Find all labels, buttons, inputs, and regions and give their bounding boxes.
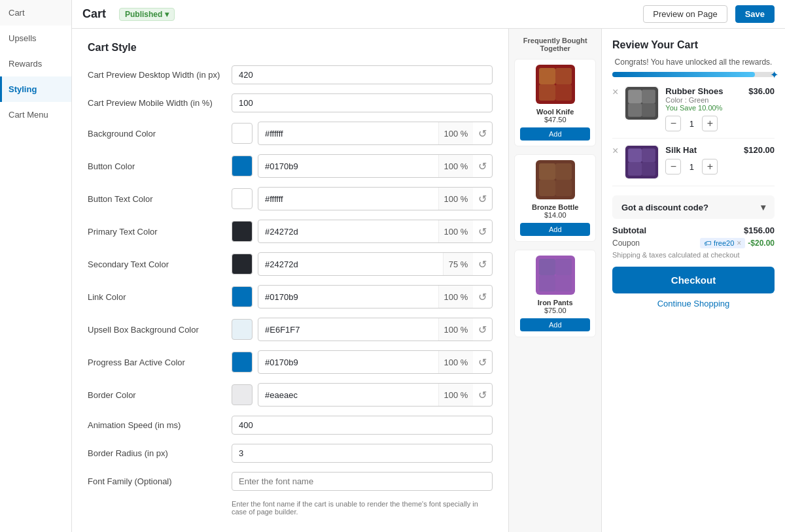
color-reset-background-color[interactable]: ↺: [473, 122, 492, 144]
color-hex-upsell-box-color[interactable]: [258, 321, 438, 339]
progress-bar-fill: [612, 72, 755, 77]
color-input-wrap-secondary-text-color: 75 % ↺: [258, 252, 493, 276]
product-image: [536, 65, 575, 104]
color-swatch-button-text-color[interactable]: [232, 188, 253, 209]
chevron-down-icon: ▾: [165, 10, 169, 19]
add-to-cart-button[interactable]: Add: [520, 318, 590, 331]
sidebar-item-cart-menu[interactable]: Cart Menu: [0, 102, 71, 127]
color-row-button-color: Button Color 100 % ↺: [88, 154, 493, 178]
color-hex-border-color[interactable]: [258, 386, 438, 404]
published-label: Published: [125, 10, 162, 19]
svg-rect-12: [555, 259, 572, 275]
field-row-desktop-width: Cart Preview Desktop Width (in px): [88, 65, 493, 84]
field-input-animation-speed[interactable]: [232, 416, 493, 435]
sidebar-item-styling[interactable]: Styling: [0, 76, 71, 102]
cart-title: Review Your Cart: [612, 39, 775, 51]
field-input-mobile-width[interactable]: [232, 93, 493, 112]
preview-product-iron-pants: Iron Pants $75.00 Add: [514, 250, 596, 337]
save-button[interactable]: Save: [735, 5, 775, 23]
remove-item-button[interactable]: ×: [612, 86, 618, 98]
qty-increase-button[interactable]: +: [702, 116, 718, 131]
qty-decrease-button[interactable]: −: [665, 159, 681, 175]
coupon-label: Coupon: [612, 239, 640, 248]
qty-control: − 1 +: [665, 116, 742, 131]
svg-rect-6: [539, 163, 555, 180]
color-swatch-secondary-text-color[interactable]: [232, 254, 253, 274]
sidebar-item-upsells[interactable]: Upsells: [0, 25, 71, 51]
cart-item-price: $36.00: [748, 86, 775, 96]
header: Cart Published ▾ Preview on Page Save: [72, 0, 785, 29]
color-hex-background-color[interactable]: [258, 125, 438, 142]
color-reset-secondary-text-color[interactable]: ↺: [473, 253, 492, 275]
preview-title: Frequently Bought Together: [514, 37, 596, 52]
color-row-link-color: Link Color 100 % ↺: [88, 285, 493, 308]
field-row-mobile-width: Cart Preview Mobile Width (in %): [88, 93, 493, 112]
color-swatch-button-color[interactable]: [232, 156, 253, 176]
color-hex-secondary-text-color[interactable]: [258, 256, 443, 273]
color-reset-progress-bar-color[interactable]: ↺: [473, 351, 492, 373]
color-hex-progress-bar-color[interactable]: [258, 354, 438, 371]
color-swatch-upsell-box-color[interactable]: [232, 319, 253, 340]
color-reset-primary-text-color[interactable]: ↺: [473, 220, 492, 242]
product-price: $47.50: [520, 116, 590, 124]
continue-shopping-button[interactable]: Continue Shopping: [612, 299, 775, 308]
cart-item-save: You Save 10.00%: [665, 104, 742, 112]
color-swatch-progress-bar-color[interactable]: [232, 352, 253, 373]
field-input-border-radius[interactable]: [232, 444, 493, 463]
product-price: $14.00: [520, 211, 590, 219]
published-badge: Published ▾: [119, 8, 175, 21]
color-hex-primary-text-color[interactable]: [258, 223, 438, 241]
product-price: $75.00: [520, 307, 590, 314]
color-hex-button-text-color[interactable]: [258, 190, 438, 208]
color-reset-upsell-box-color[interactable]: ↺: [473, 318, 492, 341]
cart-item-0: × Rubber Shoes Color : Green You Save 10…: [612, 80, 775, 139]
sidebar-item-rewards[interactable]: Rewards: [0, 51, 71, 76]
discount-header[interactable]: Got a discount code? ▾: [621, 202, 765, 212]
color-label-upsell-box-color: Upsell Box Background Color: [88, 325, 232, 335]
congrats-text: Congrats! You have unlocked all the rewa…: [612, 58, 775, 67]
color-reset-button-text-color[interactable]: ↺: [473, 188, 492, 210]
color-pct-upsell-box-color: 100 %: [438, 318, 474, 341]
preview-button[interactable]: Preview on Page: [643, 5, 727, 23]
preview-product-wool-knife: Wool Knife $47.50 Add: [514, 59, 596, 146]
checkout-button[interactable]: Checkout: [612, 267, 775, 293]
add-to-cart-button[interactable]: Add: [520, 127, 590, 141]
cart-item-image: [625, 86, 659, 120]
remove-item-button[interactable]: ×: [612, 145, 618, 157]
color-row-button-text-color: Button Text Color 100 % ↺: [88, 187, 493, 210]
settings-panel: Cart Style Cart Preview Desktop Width (i…: [72, 29, 509, 532]
product-name: Wool Knife: [520, 108, 590, 116]
svg-rect-16: [629, 90, 642, 103]
color-input-wrap-progress-bar-color: 100 % ↺: [258, 350, 493, 374]
color-hex-button-color[interactable]: [258, 158, 438, 175]
color-input-wrap-button-text-color: 100 % ↺: [258, 187, 493, 210]
color-reset-link-color[interactable]: ↺: [473, 286, 492, 308]
preview-product-bronze-bottle: Bronze Bottle $14.00 Add: [514, 154, 596, 242]
remove-coupon-button[interactable]: ×: [737, 239, 741, 248]
color-label-button-color: Button Color: [88, 161, 232, 171]
field-input-desktop-width[interactable]: [232, 65, 493, 84]
color-swatch-border-color[interactable]: [232, 384, 253, 405]
color-input-wrap-border-color: 100 % ↺: [258, 383, 493, 407]
svg-rect-9: [555, 180, 572, 196]
color-swatch-link-color[interactable]: [232, 286, 253, 307]
color-hex-link-color[interactable]: [258, 288, 438, 306]
product-name: Bronze Bottle: [520, 203, 590, 211]
svg-rect-23: [629, 162, 642, 176]
color-reset-button-color[interactable]: ↺: [473, 155, 492, 177]
svg-rect-13: [539, 275, 555, 291]
qty-decrease-button[interactable]: −: [665, 116, 681, 131]
qty-increase-button[interactable]: +: [702, 159, 718, 175]
color-reset-border-color[interactable]: ↺: [473, 384, 492, 406]
sidebar-item-cart[interactable]: Cart: [0, 0, 71, 25]
color-row-primary-text-color: Primary Text Color 100 % ↺: [88, 220, 493, 243]
color-pct-primary-text-color: 100 %: [438, 220, 474, 242]
color-label-border-color: Border Color: [88, 390, 232, 400]
color-swatch-background-color[interactable]: [232, 123, 253, 144]
color-swatch-primary-text-color[interactable]: [232, 221, 253, 242]
add-to-cart-button[interactable]: Add: [520, 223, 590, 236]
field-input-font-family[interactable]: [232, 472, 493, 491]
color-row-border-color: Border Color 100 % ↺: [88, 383, 493, 407]
svg-rect-4: [555, 84, 572, 101]
cart-item-1: × Silk Hat − 1 + $120.00: [612, 139, 775, 186]
